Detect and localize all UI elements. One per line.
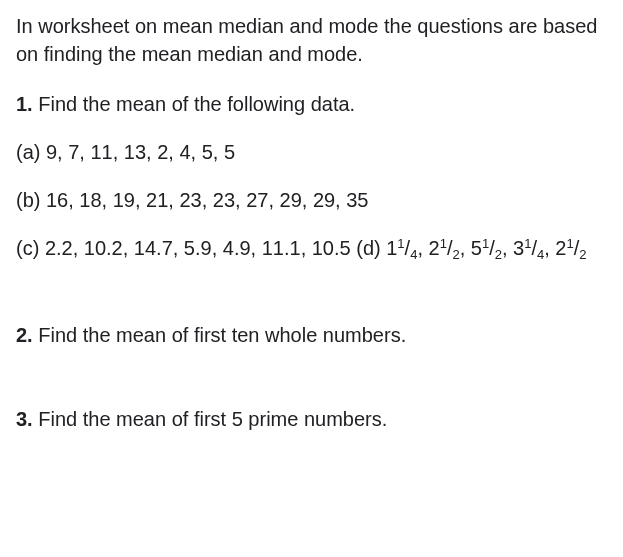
question-3-number: 3. [16, 408, 33, 430]
fraction-4: 31/4 [513, 237, 544, 259]
question-1-heading: 1. Find the mean of the following data. [16, 90, 607, 118]
question-1-number: 1. [16, 93, 33, 115]
question-2-heading: 2. Find the mean of first ten whole numb… [16, 321, 607, 349]
question-1-b: (b) 16, 18, 19, 21, 23, 23, 27, 29, 29, … [16, 186, 607, 214]
fraction-1: 11/4 [386, 237, 417, 259]
question-1-c-d: (c) 2.2, 10.2, 14.7, 5.9, 4.9, 11.1, 10.… [16, 234, 607, 265]
question-1-c-prefix: (c) 2.2, 10.2, 14.7, 5.9, 4.9, 11.1, 10.… [16, 237, 386, 259]
question-2-number: 2. [16, 324, 33, 346]
question-3-text: Find the mean of first 5 prime numbers. [38, 408, 387, 430]
question-1-text: Find the mean of the following data. [38, 93, 355, 115]
intro-text: In worksheet on mean median and mode the… [16, 12, 607, 68]
fraction-2: 21/2 [429, 237, 460, 259]
fraction-3: 51/2 [471, 237, 502, 259]
question-3-heading: 3. Find the mean of first 5 prime number… [16, 405, 607, 433]
question-2-text: Find the mean of first ten whole numbers… [38, 324, 406, 346]
fraction-5: 21/2 [555, 237, 586, 259]
question-1-a: (a) 9, 7, 11, 13, 2, 4, 5, 5 [16, 138, 607, 166]
